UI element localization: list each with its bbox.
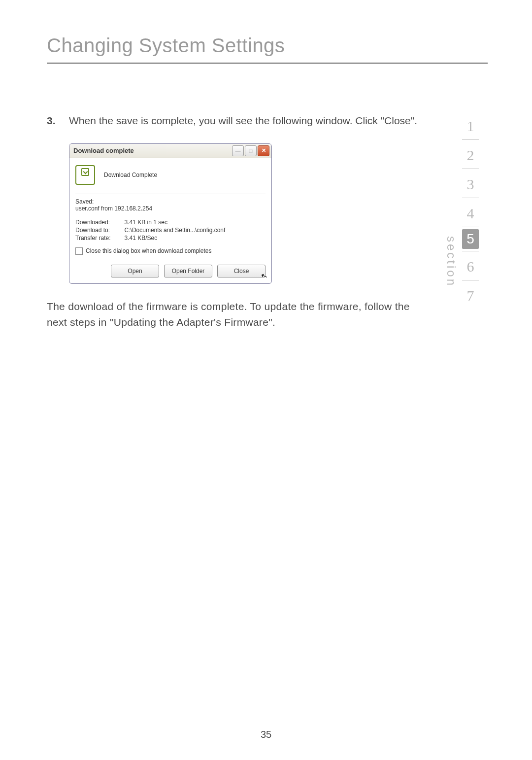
table-row: Transfer rate: 3.41 KB/Sec: [75, 235, 225, 242]
close-button[interactable]: Close: [217, 265, 266, 277]
nav-item-1[interactable]: 1: [453, 113, 488, 138]
minimize-button[interactable]: —: [232, 145, 244, 156]
dialog-header-text: Download Complete: [104, 172, 157, 178]
maximize-button[interactable]: □: [245, 145, 257, 156]
table-row: Download to: C:\Documents and Settin...\…: [75, 227, 225, 235]
saved-label: Saved:: [75, 198, 266, 205]
after-text: The download of the firmware is complete…: [47, 299, 432, 331]
close-on-complete-checkbox[interactable]: [75, 247, 83, 255]
step-3: 3. When the save is complete, you will s…: [47, 113, 432, 129]
nav-item-7[interactable]: 7: [453, 282, 488, 307]
nav-item-4[interactable]: 4: [453, 200, 488, 225]
download-info-table: Downloaded: 3.41 KB in 1 sec Download to…: [75, 219, 225, 242]
info-value: 3.41 KB/Sec: [125, 235, 226, 242]
download-complete-dialog: Download complete — □ ✕ Download Complet…: [69, 143, 272, 284]
step-text: When the save is complete, you will see …: [69, 113, 432, 129]
info-label: Download to:: [75, 227, 125, 235]
window-close-button[interactable]: ✕: [258, 145, 269, 156]
dialog-title: Download complete: [73, 147, 231, 154]
download-icon: [75, 165, 95, 185]
info-value: 3.41 KB in 1 sec: [125, 219, 226, 227]
nav-item-3[interactable]: 3: [453, 171, 488, 196]
open-folder-button[interactable]: Open Folder: [164, 265, 212, 277]
section-label: section: [444, 236, 458, 287]
nav-item-6[interactable]: 6: [453, 253, 488, 278]
page-number: 35: [0, 729, 532, 740]
nav-item-2[interactable]: 2: [453, 142, 488, 167]
dialog-titlebar: Download complete — □ ✕: [69, 144, 271, 158]
info-value: C:\Documents and Settin...\config.conf: [125, 227, 226, 235]
info-label: Transfer rate:: [75, 235, 125, 242]
cursor-icon: ↖: [260, 270, 269, 281]
open-button[interactable]: Open: [111, 265, 159, 277]
saved-value: user.conf from 192.168.2.254: [75, 205, 266, 212]
info-label: Downloaded:: [75, 219, 125, 227]
section-nav: 1 2 3 4 5 6 7 section: [453, 113, 488, 307]
nav-item-5-active[interactable]: 5: [462, 229, 479, 249]
checkbox-label: Close this dialog box when download comp…: [86, 247, 212, 254]
step-number: 3.: [47, 113, 69, 129]
page-title: Changing System Settings: [47, 35, 488, 64]
table-row: Downloaded: 3.41 KB in 1 sec: [75, 219, 225, 227]
